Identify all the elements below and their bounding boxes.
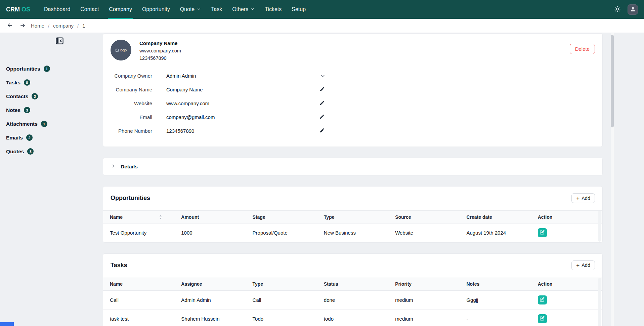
count-badge: 3 [32, 93, 38, 99]
app-logo[interactable]: CRM OS [6, 6, 30, 13]
column-header-stage: Stage [246, 211, 317, 223]
nav-item-label: Setup [292, 6, 306, 12]
breadcrumb-separator: / [77, 23, 79, 29]
nav-item-setup[interactable]: Setup [287, 0, 311, 19]
company-fields: Company Owner Admin Admin Company Name C… [103, 66, 602, 147]
sidebar-item-opportunities[interactable]: Opportunities 1 [0, 62, 103, 76]
page-body: Opportunities 1 Tasks 8 Contacts 3 Notes… [0, 33, 644, 326]
edit-pencil-icon [540, 230, 545, 236]
edit-field-button[interactable] [319, 127, 326, 135]
nav-item-others[interactable]: Others [227, 0, 260, 19]
company-name: Company Name [139, 40, 181, 46]
field-row-email: Email company@gmail.com [111, 110, 595, 124]
sidebar-item-tasks[interactable]: Tasks 8 [0, 76, 103, 89]
brand-os: OS [22, 6, 30, 13]
chevron-down-icon [251, 6, 255, 12]
table-cell: task test [103, 309, 174, 326]
field-label: Company Name [111, 87, 152, 92]
add-button-label: Add [582, 262, 590, 268]
panel-collapse-icon [55, 41, 64, 46]
nav-item-label: Quote [180, 6, 195, 12]
nav-item-quote[interactable]: Quote [175, 0, 206, 19]
nav-item-dashboard[interactable]: Dashboard [39, 0, 75, 19]
breadcrumb-company[interactable]: company [53, 23, 74, 29]
column-header-create-date: Create date [460, 211, 531, 223]
details-section-toggle[interactable]: Details [103, 158, 603, 175]
sidebar-collapse-button[interactable] [54, 36, 65, 47]
table-cell: - [460, 309, 531, 326]
table-scrollbar[interactable] [598, 278, 601, 326]
sidebar-item-label: Contacts [6, 93, 28, 99]
tasks-title: Tasks [111, 262, 127, 269]
tasks-table: NameAssigneeTypeStatusPriorityNotesActio… [103, 278, 602, 326]
column-header-action: Action [531, 211, 602, 223]
user-avatar-button[interactable] [628, 4, 638, 15]
company-logo-alt-text: logo [120, 48, 127, 52]
top-navbar: CRM OS Dashboard Contact Company Opportu… [0, 0, 644, 19]
field-row-company-name: Company Name Company Name [111, 83, 595, 96]
brand-crm: CRM [6, 6, 20, 13]
page-scrollbar-track[interactable] [611, 33, 614, 326]
breadcrumb-current: 1 [82, 23, 85, 29]
nav-item-contact[interactable]: Contact [75, 0, 104, 19]
edit-row-button[interactable] [538, 295, 547, 304]
back-button[interactable] [5, 21, 14, 31]
forward-button[interactable] [18, 21, 27, 31]
edit-row-button[interactable] [538, 314, 547, 323]
table-body: CallAdmin AdminCalldonemediumGggjjtask t… [103, 290, 602, 326]
column-header-status: Status [317, 278, 388, 290]
field-row-phone: Phone Number 1234567890 [111, 124, 595, 138]
nav-item-tickets[interactable]: Tickets [260, 0, 287, 19]
pencil-icon [319, 100, 325, 107]
sidebar-item-attachments[interactable]: Attachments 1 [0, 117, 103, 131]
sort-icon[interactable] [159, 214, 162, 219]
nav-item-task[interactable]: Task [206, 0, 227, 19]
table-cell: todo [317, 309, 388, 326]
company-owner-select[interactable]: Admin Admin [166, 73, 326, 79]
field-label: Website [111, 100, 152, 106]
sidebar-item-contacts[interactable]: Contacts 3 [0, 89, 103, 103]
sidebar-item-notes[interactable]: Notes 3 [0, 103, 103, 117]
nav-item-label: Opportunity [142, 6, 170, 12]
arrow-left-icon [7, 22, 13, 30]
plus-icon: + [576, 195, 579, 201]
pencil-icon [319, 86, 325, 93]
pencil-icon [319, 128, 325, 134]
edit-field-button[interactable] [319, 99, 326, 107]
table-body: Test Opportunity1000Proposal/QuoteNew Bu… [103, 223, 602, 242]
sun-icon [614, 6, 621, 13]
breadcrumb: Home / company / 1 [0, 19, 644, 33]
field-value: www.company.com [166, 100, 209, 106]
sidebar-item-emails[interactable]: Emails 2 [0, 131, 103, 145]
breadcrumb-home[interactable]: Home [31, 23, 44, 29]
edit-pencil-icon [540, 316, 545, 322]
nav-item-opportunity[interactable]: Opportunity [137, 0, 175, 19]
sidebar-item-quotes[interactable]: Quotes 8 [0, 145, 103, 158]
add-task-button[interactable]: + Add [571, 260, 595, 270]
table-cell-action [531, 290, 602, 309]
cut-off-blue-element [0, 322, 14, 326]
opportunities-title: Opportunities [111, 195, 150, 202]
tasks-section: Tasks + Add NameAssigneeTypeStatusPriori… [103, 253, 603, 326]
field-value: Admin Admin [166, 73, 196, 79]
company-header: logo Company Name www.company.com 123456… [103, 34, 602, 66]
field-label: Email [111, 114, 152, 120]
breadcrumb-separator: / [48, 23, 49, 29]
add-opportunity-button[interactable]: + Add [571, 193, 595, 203]
table-header-row: NameAmountStageTypeSourceCreate dateActi… [103, 211, 602, 223]
table-scrollbar[interactable] [598, 211, 601, 242]
table-cell-action [531, 309, 602, 326]
opportunities-section: Opportunities + Add NameAmountStageTypeS… [103, 186, 603, 243]
table-row: Test Opportunity1000Proposal/QuoteNew Bu… [103, 223, 602, 242]
add-button-label: Add [582, 196, 590, 201]
pencil-icon [319, 114, 325, 120]
edit-field-button[interactable] [319, 86, 326, 93]
theme-toggle-button[interactable] [613, 4, 622, 15]
page-scrollbar-thumb[interactable] [611, 35, 614, 127]
nav-item-company[interactable]: Company [104, 0, 137, 19]
company-summary: Company Name www.company.com 1234567890 [139, 40, 181, 63]
edit-field-button[interactable] [319, 113, 326, 121]
edit-row-button[interactable] [538, 228, 547, 237]
delete-company-button[interactable]: Delete [570, 44, 595, 54]
count-badge: 2 [26, 134, 33, 141]
